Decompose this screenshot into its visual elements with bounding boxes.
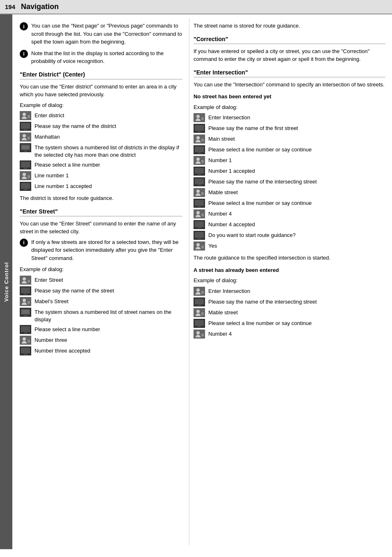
dialog-row: )) Enter Intersection [194, 113, 385, 122]
svg-text:)): )) [201, 138, 204, 142]
district-example-label: Example of dialog: [20, 101, 182, 109]
dialog-row: The system shows a numbered list of stre… [20, 308, 182, 323]
dialog-text: Please select a line number [35, 160, 100, 169]
svg-text:)): )) [201, 213, 204, 216]
dialog-row: )) Mable street [194, 308, 385, 317]
svg-point-25 [23, 277, 26, 281]
screen-icon [194, 319, 205, 328]
voice-icon: )) [20, 132, 31, 142]
dialog-text: Please say the name of the intersecting … [208, 177, 317, 186]
dialog-row: )) Mabel's Street [20, 297, 182, 306]
dialog-text: Mable street [208, 188, 238, 196]
dialog-text: Please say the name of the district [35, 122, 116, 130]
svg-rect-65 [198, 174, 201, 175]
dialog-row: The system shows a numbered list of dist… [20, 143, 182, 159]
dialog-row: )) Yes [194, 241, 385, 251]
dialog-row: )) Number three [20, 336, 182, 345]
svg-rect-98 [198, 326, 201, 327]
svg-rect-14 [24, 151, 27, 151]
dialog-row: )) Manhattan [20, 132, 182, 142]
svg-rect-68 [198, 185, 201, 186]
intersection-footer: The route guidance to the specified inte… [194, 254, 385, 262]
screen-icon [194, 145, 205, 154]
dialog-row: Please select a line number [20, 325, 182, 334]
svg-rect-5 [24, 129, 27, 130]
voice-icon: )) [194, 156, 205, 165]
dialog-row: )) Number 4 [194, 209, 385, 218]
voice-icon: )) [194, 188, 205, 197]
section-title-street: "Enter Street" [20, 208, 182, 216]
voice-icon: )) [194, 209, 205, 218]
svg-text:)): )) [28, 174, 30, 178]
dialog-text: Number three accepted [35, 346, 90, 355]
svg-text:)): )) [28, 300, 30, 304]
svg-text:)): )) [28, 136, 30, 139]
dialog-row: )) Enter Intersection [194, 287, 385, 296]
info-icon-street: i [20, 239, 28, 247]
screen-icon [194, 167, 205, 176]
dialog-text: Enter Street [35, 276, 63, 284]
correction-text: If you have entered or spelled a city or… [194, 47, 385, 63]
dialog-text: Enter Intersection [208, 113, 250, 121]
screen-icon [194, 297, 205, 306]
street-example-label: Example of dialog: [20, 265, 182, 274]
svg-rect-73 [195, 200, 204, 206]
info-text-1: You can use the "Next page" or "Previous… [31, 22, 182, 46]
street-entered-subtitle: A street has already been entered [194, 266, 385, 274]
svg-rect-74 [198, 206, 201, 207]
dialog-row: Please select a line number or say conti… [194, 199, 385, 208]
dialog-row: Do you want to start route guidance? [194, 231, 385, 240]
svg-text:)): )) [28, 279, 30, 283]
voice-icon: )) [20, 276, 31, 285]
svg-text:)): )) [28, 339, 30, 343]
dialog-text: Mable street [208, 308, 238, 316]
dialog-text: Line number 1 [35, 171, 69, 179]
side-tab: Voice Control [0, 14, 12, 549]
svg-rect-97 [195, 320, 204, 326]
dialog-text: The system shows a numbered list of dist… [35, 143, 182, 159]
svg-text:)): )) [201, 191, 204, 195]
svg-point-76 [196, 211, 200, 214]
svg-rect-52 [195, 125, 204, 131]
page-title: Navigation [21, 2, 59, 11]
svg-point-7 [23, 134, 26, 137]
screen-icon [20, 325, 31, 334]
svg-rect-41 [24, 332, 27, 333]
district-intro: You can use the "Enter district" command… [20, 83, 182, 99]
dialog-row: )) Line number 1 [20, 171, 182, 180]
screen-icon [20, 286, 31, 295]
section-title-district: "Enter District" (Center) [20, 71, 182, 79]
side-tab-label: Voice Control [3, 262, 9, 302]
left-column: i You can use the "Next page" or "Previo… [12, 19, 189, 545]
info-block-1: i You can use the "Next page" or "Previo… [20, 22, 182, 46]
svg-rect-28 [21, 288, 30, 293]
voice-icon: )) [194, 330, 205, 339]
section-title-correction: "Correction" [194, 36, 385, 44]
dialog-text: Number 1 accepted [208, 167, 255, 175]
dialog-row: Number 4 accepted [194, 220, 385, 229]
street-dialog: )) Enter Street Please say the name of t… [20, 276, 182, 355]
street-entered-dialog: )) Enter Intersection Please say the nam… [194, 287, 385, 339]
svg-point-55 [196, 136, 200, 139]
svg-point-19 [23, 173, 26, 176]
dialog-row: Number three accepted [20, 346, 182, 355]
svg-rect-80 [198, 227, 201, 228]
screen-icon [20, 346, 31, 355]
page-number: 194 [5, 3, 15, 10]
main-layout: Voice Control i You can use the "Next pa… [0, 14, 392, 549]
page-header: 194 Navigation [0, 0, 392, 14]
info-icon-2: i [20, 50, 28, 58]
dialog-row: Please say the name of the first street [194, 124, 385, 133]
svg-point-49 [196, 115, 200, 118]
svg-text:)): )) [201, 333, 204, 337]
svg-text:)): )) [201, 159, 204, 163]
dialog-text: Number 4 [208, 330, 232, 338]
screen-icon [194, 177, 205, 186]
voice-icon: )) [194, 287, 205, 296]
dialog-text: Please say the name of the street [35, 286, 114, 295]
svg-point-94 [196, 310, 200, 313]
dialog-row: Please say the name of the district [20, 122, 182, 131]
district-dialog: )) Enter district Please say the name of… [20, 111, 182, 191]
dialog-row: )) Number 4 [194, 330, 385, 339]
info-block-street: i If only a few streets are stored for a… [20, 238, 182, 262]
